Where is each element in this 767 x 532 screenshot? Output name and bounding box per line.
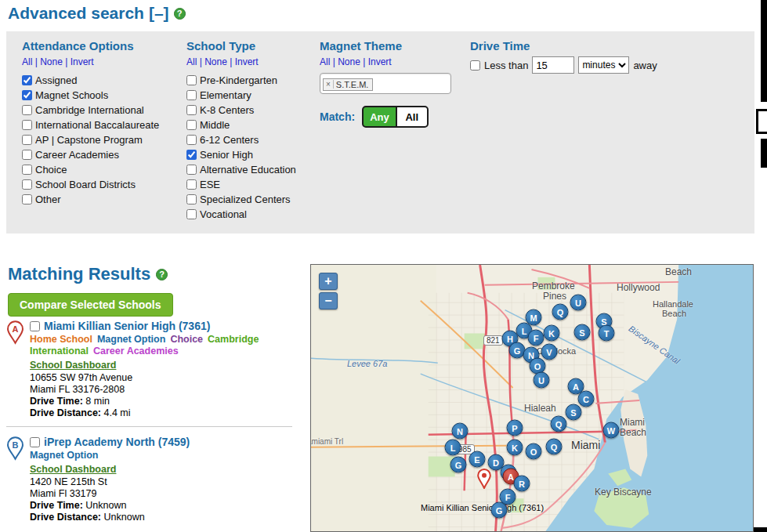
filter-option[interactable]: Vocational <box>186 207 320 222</box>
filter-option[interactable]: Other <box>22 192 186 207</box>
match-any-button[interactable]: Any <box>364 107 396 126</box>
filter-option-label: ESE <box>200 179 220 190</box>
filter-option[interactable]: Magnet Schools <box>22 88 186 103</box>
map-marker-Q[interactable]: Q <box>546 439 563 455</box>
map-marker-L[interactable]: L <box>445 440 461 456</box>
map-marker-K[interactable]: K <box>507 440 523 456</box>
results-title: Matching Results <box>8 264 150 284</box>
filter-option[interactable]: 6-12 Centers <box>186 132 320 147</box>
svg-text:B: B <box>13 440 19 450</box>
filter-option[interactable]: Specialized Centers <box>186 192 320 207</box>
map-marker-U[interactable]: U <box>534 372 550 389</box>
map-marker-N[interactable]: N <box>452 423 469 440</box>
collapse-toggle[interactable]: [–] <box>149 4 169 23</box>
filter-checkbox[interactable] <box>186 135 197 145</box>
drive-time-value-input[interactable] <box>532 56 574 74</box>
filter-option[interactable]: Choice <box>22 162 186 177</box>
remove-tag-icon[interactable]: × <box>326 80 334 89</box>
filter-option[interactable]: Elementary <box>186 88 320 103</box>
magnet-theme-input[interactable]: ×S.T.E.M. <box>320 73 451 94</box>
map-marker-S[interactable]: S <box>566 404 582 421</box>
map-marker-G[interactable]: G <box>491 502 508 519</box>
school-dashboard-link[interactable]: School Dashboard <box>30 360 116 371</box>
selected-location-pin <box>477 469 491 492</box>
filter-link-none[interactable]: None <box>40 56 63 67</box>
filter-checkbox[interactable] <box>22 150 32 160</box>
filter-checkbox[interactable] <box>22 135 32 145</box>
filter-checkbox[interactable] <box>186 194 197 204</box>
filter-option[interactable]: Middle <box>186 118 320 132</box>
filter-checkbox[interactable] <box>186 105 197 115</box>
drive-distance-value: 4.4 mi <box>104 407 131 418</box>
map-marker-O[interactable]: O <box>526 443 542 460</box>
drive-time-unit-select[interactable]: minutes <box>578 56 629 74</box>
filter-checkbox[interactable] <box>186 90 197 100</box>
school-dashboard-link[interactable]: School Dashboard <box>30 464 116 475</box>
drive-distance-line: Drive Distance: 4.4 mi <box>30 407 306 419</box>
school-name-link[interactable]: iPrep Academy North (7459) <box>44 436 190 448</box>
filter-checkbox[interactable] <box>22 194 32 204</box>
filter-checkbox[interactable] <box>22 105 32 115</box>
result-select-checkbox[interactable] <box>30 321 40 331</box>
map-marker-F[interactable]: F <box>528 330 544 346</box>
map-marker-U[interactable]: U <box>570 295 587 311</box>
filter-option[interactable]: Alternative Education <box>186 162 320 177</box>
map-marker-R[interactable]: R <box>514 476 530 492</box>
filter-checkbox[interactable] <box>186 165 197 175</box>
map-marker-S[interactable]: S <box>574 324 591 341</box>
match-all-button[interactable]: All <box>397 107 427 126</box>
compare-selected-button[interactable]: Compare Selected Schools <box>8 293 173 317</box>
result-divider <box>6 426 292 427</box>
filter-option[interactable]: Cambridge International <box>22 103 186 118</box>
filter-option[interactable]: Assigned <box>22 73 186 88</box>
program-tag: Magnet Option <box>30 450 99 461</box>
filter-option[interactable]: International Baccalaureate <box>22 118 186 132</box>
filter-option[interactable]: Pre-Kindergarten <box>186 73 320 88</box>
filter-option[interactable]: Senior High <box>186 147 320 162</box>
drive-time-value: 8 min <box>85 396 110 407</box>
filter-checkbox[interactable] <box>22 90 32 100</box>
map-marker-G[interactable]: G <box>450 457 467 473</box>
map-marker-K[interactable]: K <box>544 325 560 342</box>
filter-checkbox[interactable] <box>22 165 32 175</box>
drive-time-checkbox[interactable] <box>470 60 480 71</box>
zoom-out-button[interactable]: − <box>319 292 338 309</box>
filter-link-invert[interactable]: Invert <box>368 56 392 67</box>
map[interactable]: + − BeachPembrokePinesHollywoodHallandal… <box>310 264 754 532</box>
map-basemap <box>311 265 753 531</box>
map-marker-T[interactable]: T <box>599 325 615 342</box>
filter-checkbox[interactable] <box>186 120 197 130</box>
filter-option[interactable]: School Board Districts <box>22 177 186 192</box>
map-marker-Q[interactable]: Q <box>551 416 567 432</box>
filter-checkbox[interactable] <box>186 75 197 85</box>
filter-link-none[interactable]: None <box>204 56 227 67</box>
filter-link-all[interactable]: All <box>186 56 197 67</box>
result-select-checkbox[interactable] <box>30 437 40 447</box>
filter-checkbox[interactable] <box>22 75 32 85</box>
filter-option[interactable]: ESE <box>186 177 320 192</box>
help-icon[interactable]: ? <box>174 8 186 20</box>
zoom-in-button[interactable]: + <box>319 273 338 290</box>
filter-link-none[interactable]: None <box>338 56 360 67</box>
school-name-link[interactable]: Miami Killian Senior High (7361) <box>44 320 210 332</box>
filter-link-all[interactable]: All <box>22 56 32 67</box>
map-marker-W[interactable]: W <box>603 422 620 439</box>
filter-checkbox[interactable] <box>186 179 197 190</box>
filter-link-invert[interactable]: Invert <box>71 56 94 67</box>
filter-checkbox[interactable] <box>22 179 32 190</box>
results-help-icon[interactable]: ? <box>156 269 168 280</box>
map-marker-Q[interactable]: Q <box>552 304 569 320</box>
filter-checkbox[interactable] <box>186 150 197 160</box>
filter-option[interactable]: K-8 Centers <box>186 103 320 118</box>
map-marker-P[interactable]: P <box>507 420 523 436</box>
filter-link-all[interactable]: All <box>320 56 330 67</box>
map-marker-V[interactable]: V <box>541 344 558 360</box>
filter-checkbox[interactable] <box>22 120 32 130</box>
map-marker-E[interactable]: E <box>469 451 486 468</box>
filter-link-invert[interactable]: Invert <box>235 56 259 67</box>
filter-option[interactable]: AP | Capstone Program <box>22 132 186 147</box>
filter-checkbox[interactable] <box>186 209 197 219</box>
program-tag: Career Academies <box>93 346 179 356</box>
map-marker-C[interactable]: C <box>578 391 595 407</box>
filter-option[interactable]: Career Academies <box>22 147 186 162</box>
